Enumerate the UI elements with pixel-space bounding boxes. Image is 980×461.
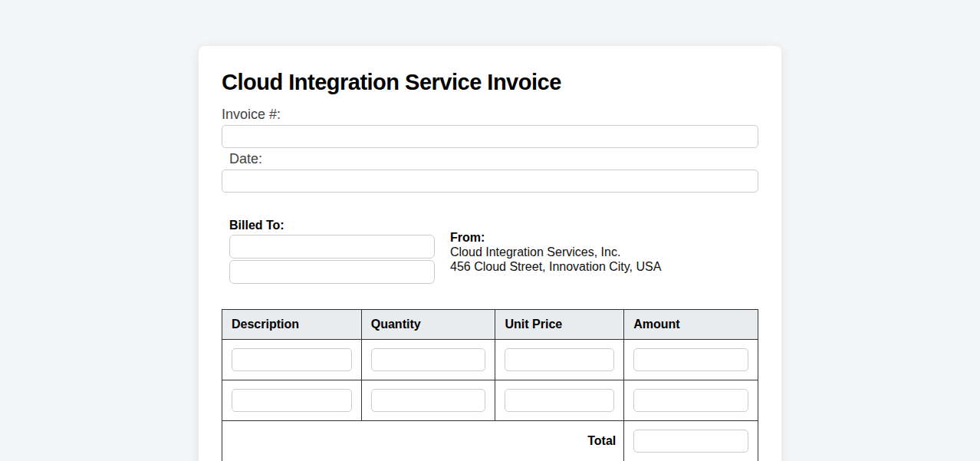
header-description: Description	[222, 310, 362, 340]
header-unit-price: Unit Price	[495, 310, 624, 340]
invoice-number-label: Invoice #:	[222, 107, 758, 123]
parties-section: Billed To: From: Cloud Integration Servi…	[222, 219, 758, 285]
row1-unit-price-input[interactable]	[505, 348, 614, 371]
line-items-table: Description Quantity Unit Price Amount T…	[222, 309, 758, 461]
billed-to-label: Billed To:	[229, 219, 435, 232]
table-header-row: Description Quantity Unit Price Amount	[222, 310, 758, 340]
total-row: Total	[222, 421, 758, 461]
from-section: From: Cloud Integration Services, Inc. 4…	[450, 219, 661, 274]
row1-description-input[interactable]	[232, 348, 352, 371]
row1-quantity-input[interactable]	[371, 348, 486, 371]
date-input[interactable]	[222, 170, 758, 193]
row1-amount-input[interactable]	[633, 348, 748, 371]
header-amount: Amount	[624, 310, 758, 340]
row2-description-input[interactable]	[232, 389, 352, 412]
from-company: Cloud Integration Services, Inc.	[450, 245, 661, 259]
page-title: Cloud Integration Service Invoice	[222, 70, 758, 95]
from-address: 456 Cloud Street, Innovation City, USA	[450, 259, 661, 274]
from-label: From:	[450, 230, 661, 245]
header-quantity: Quantity	[361, 310, 495, 340]
invoice-card: Cloud Integration Service Invoice Invoic…	[199, 46, 781, 461]
table-row	[222, 340, 758, 380]
billed-to-section: Billed To:	[229, 219, 435, 285]
date-label: Date:	[222, 151, 758, 167]
row2-quantity-input[interactable]	[371, 389, 486, 412]
total-input[interactable]	[633, 430, 748, 453]
total-label: Total	[222, 421, 624, 461]
table-row	[222, 380, 758, 421]
billed-to-address-input[interactable]	[229, 260, 435, 284]
billed-to-name-input[interactable]	[229, 235, 435, 258]
row2-amount-input[interactable]	[633, 389, 748, 412]
row2-unit-price-input[interactable]	[505, 389, 614, 412]
invoice-number-input[interactable]	[222, 125, 758, 148]
